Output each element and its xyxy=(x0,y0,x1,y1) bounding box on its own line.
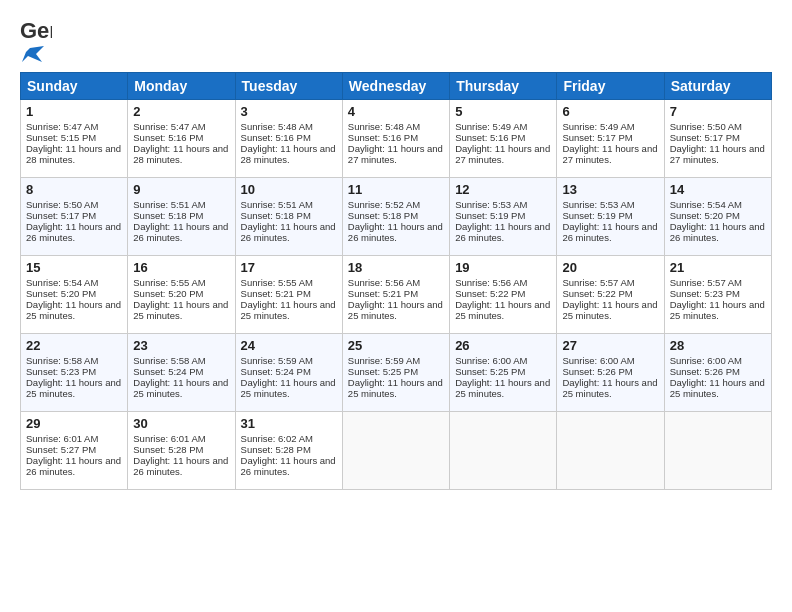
sunrise-text: Sunrise: 5:56 AM xyxy=(455,277,527,288)
table-cell: 24 Sunrise: 5:59 AM Sunset: 5:24 PM Dayl… xyxy=(235,334,342,412)
calendar-header-row: SundayMondayTuesdayWednesdayThursdayFrid… xyxy=(21,73,772,100)
sunrise-text: Sunrise: 5:57 AM xyxy=(670,277,742,288)
sunrise-text: Sunrise: 5:48 AM xyxy=(241,121,313,132)
sunrise-text: Sunrise: 6:00 AM xyxy=(455,355,527,366)
table-cell: 21 Sunrise: 5:57 AM Sunset: 5:23 PM Dayl… xyxy=(664,256,771,334)
daylight-text: Daylight: 11 hours and 25 minutes. xyxy=(670,299,765,321)
day-number: 8 xyxy=(26,182,122,197)
week-row-1: 1 Sunrise: 5:47 AM Sunset: 5:15 PM Dayli… xyxy=(21,100,772,178)
sunrise-text: Sunrise: 5:52 AM xyxy=(348,199,420,210)
sunset-text: Sunset: 5:16 PM xyxy=(241,132,311,143)
sunset-text: Sunset: 5:16 PM xyxy=(133,132,203,143)
sunset-text: Sunset: 5:20 PM xyxy=(670,210,740,221)
day-number: 26 xyxy=(455,338,551,353)
table-cell: 22 Sunrise: 5:58 AM Sunset: 5:23 PM Dayl… xyxy=(21,334,128,412)
sunset-text: Sunset: 5:17 PM xyxy=(562,132,632,143)
sunrise-text: Sunrise: 5:54 AM xyxy=(670,199,742,210)
daylight-text: Daylight: 11 hours and 28 minutes. xyxy=(241,143,336,165)
table-cell: 13 Sunrise: 5:53 AM Sunset: 5:19 PM Dayl… xyxy=(557,178,664,256)
sunset-text: Sunset: 5:17 PM xyxy=(26,210,96,221)
daylight-text: Daylight: 11 hours and 25 minutes. xyxy=(455,299,550,321)
daylight-text: Daylight: 11 hours and 25 minutes. xyxy=(133,299,228,321)
sunrise-text: Sunrise: 6:00 AM xyxy=(670,355,742,366)
sunrise-text: Sunrise: 5:50 AM xyxy=(670,121,742,132)
svg-marker-1 xyxy=(22,46,44,62)
sunrise-text: Sunrise: 5:56 AM xyxy=(348,277,420,288)
sunset-text: Sunset: 5:22 PM xyxy=(562,288,632,299)
sunset-text: Sunset: 5:19 PM xyxy=(455,210,525,221)
daylight-text: Daylight: 11 hours and 27 minutes. xyxy=(455,143,550,165)
day-number: 20 xyxy=(562,260,658,275)
table-cell: 12 Sunrise: 5:53 AM Sunset: 5:19 PM Dayl… xyxy=(450,178,557,256)
sunrise-text: Sunrise: 5:55 AM xyxy=(133,277,205,288)
sunset-text: Sunset: 5:21 PM xyxy=(348,288,418,299)
page: General SundayMondayTuesdayWednesdayThur… xyxy=(0,0,792,612)
svg-text:General: General xyxy=(20,18,52,43)
table-cell: 5 Sunrise: 5:49 AM Sunset: 5:16 PM Dayli… xyxy=(450,100,557,178)
sunset-text: Sunset: 5:26 PM xyxy=(562,366,632,377)
table-cell: 23 Sunrise: 5:58 AM Sunset: 5:24 PM Dayl… xyxy=(128,334,235,412)
table-cell: 16 Sunrise: 5:55 AM Sunset: 5:20 PM Dayl… xyxy=(128,256,235,334)
day-number: 21 xyxy=(670,260,766,275)
daylight-text: Daylight: 11 hours and 28 minutes. xyxy=(133,143,228,165)
header-friday: Friday xyxy=(557,73,664,100)
sunrise-text: Sunrise: 5:53 AM xyxy=(562,199,634,210)
header: General xyxy=(20,16,772,62)
table-cell xyxy=(557,412,664,490)
sunset-text: Sunset: 5:25 PM xyxy=(455,366,525,377)
daylight-text: Daylight: 11 hours and 26 minutes. xyxy=(26,221,121,243)
table-cell: 19 Sunrise: 5:56 AM Sunset: 5:22 PM Dayl… xyxy=(450,256,557,334)
table-cell xyxy=(342,412,449,490)
sunrise-text: Sunrise: 5:55 AM xyxy=(241,277,313,288)
daylight-text: Daylight: 11 hours and 25 minutes. xyxy=(241,377,336,399)
sunrise-text: Sunrise: 5:50 AM xyxy=(26,199,98,210)
sunrise-text: Sunrise: 6:00 AM xyxy=(562,355,634,366)
daylight-text: Daylight: 11 hours and 25 minutes. xyxy=(26,299,121,321)
day-number: 19 xyxy=(455,260,551,275)
day-number: 30 xyxy=(133,416,229,431)
sunrise-text: Sunrise: 6:01 AM xyxy=(133,433,205,444)
day-number: 24 xyxy=(241,338,337,353)
table-cell: 1 Sunrise: 5:47 AM Sunset: 5:15 PM Dayli… xyxy=(21,100,128,178)
table-cell: 25 Sunrise: 5:59 AM Sunset: 5:25 PM Dayl… xyxy=(342,334,449,412)
daylight-text: Daylight: 11 hours and 27 minutes. xyxy=(348,143,443,165)
daylight-text: Daylight: 11 hours and 25 minutes. xyxy=(562,377,657,399)
sunrise-text: Sunrise: 5:59 AM xyxy=(348,355,420,366)
day-number: 15 xyxy=(26,260,122,275)
day-number: 28 xyxy=(670,338,766,353)
day-number: 2 xyxy=(133,104,229,119)
sunrise-text: Sunrise: 5:51 AM xyxy=(241,199,313,210)
table-cell: 15 Sunrise: 5:54 AM Sunset: 5:20 PM Dayl… xyxy=(21,256,128,334)
daylight-text: Daylight: 11 hours and 26 minutes. xyxy=(455,221,550,243)
daylight-text: Daylight: 11 hours and 28 minutes. xyxy=(26,143,121,165)
header-monday: Monday xyxy=(128,73,235,100)
day-number: 9 xyxy=(133,182,229,197)
table-cell xyxy=(664,412,771,490)
day-number: 17 xyxy=(241,260,337,275)
header-sunday: Sunday xyxy=(21,73,128,100)
sunset-text: Sunset: 5:20 PM xyxy=(26,288,96,299)
table-cell: 3 Sunrise: 5:48 AM Sunset: 5:16 PM Dayli… xyxy=(235,100,342,178)
sunset-text: Sunset: 5:25 PM xyxy=(348,366,418,377)
sunrise-text: Sunrise: 6:01 AM xyxy=(26,433,98,444)
sunset-text: Sunset: 5:23 PM xyxy=(26,366,96,377)
sunset-text: Sunset: 5:20 PM xyxy=(133,288,203,299)
table-cell: 26 Sunrise: 6:00 AM Sunset: 5:25 PM Dayl… xyxy=(450,334,557,412)
header-saturday: Saturday xyxy=(664,73,771,100)
logo: General xyxy=(20,16,52,62)
sunrise-text: Sunrise: 5:48 AM xyxy=(348,121,420,132)
week-row-2: 8 Sunrise: 5:50 AM Sunset: 5:17 PM Dayli… xyxy=(21,178,772,256)
day-number: 7 xyxy=(670,104,766,119)
sunrise-text: Sunrise: 5:49 AM xyxy=(455,121,527,132)
day-number: 18 xyxy=(348,260,444,275)
day-number: 13 xyxy=(562,182,658,197)
sunrise-text: Sunrise: 5:54 AM xyxy=(26,277,98,288)
header-wednesday: Wednesday xyxy=(342,73,449,100)
sunrise-text: Sunrise: 5:49 AM xyxy=(562,121,634,132)
day-number: 25 xyxy=(348,338,444,353)
sunset-text: Sunset: 5:18 PM xyxy=(133,210,203,221)
day-number: 3 xyxy=(241,104,337,119)
sunrise-text: Sunrise: 5:47 AM xyxy=(26,121,98,132)
day-number: 5 xyxy=(455,104,551,119)
table-cell: 28 Sunrise: 6:00 AM Sunset: 5:26 PM Dayl… xyxy=(664,334,771,412)
